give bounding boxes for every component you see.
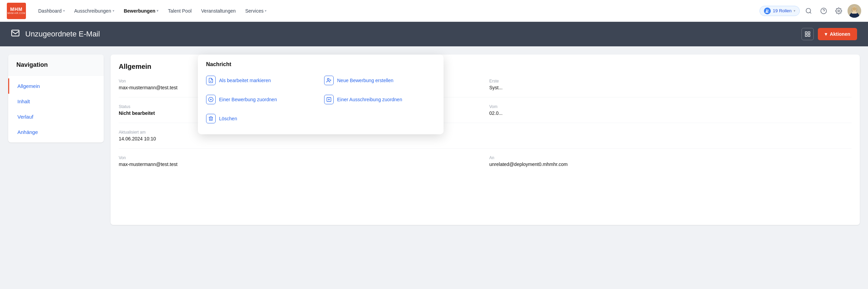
svg-rect-13 bbox=[12, 30, 19, 36]
svg-rect-17 bbox=[808, 35, 810, 36]
nachricht-popup: Nachricht Als bearbeitet markieren Neue … bbox=[198, 55, 444, 134]
popup-action-loeschen[interactable]: Löschen bbox=[206, 111, 317, 126]
aktionen-button[interactable]: ▾ Aktionen bbox=[818, 28, 857, 40]
popup-actions: Als bearbeitet markieren Neue Bewerbung … bbox=[206, 73, 435, 126]
navbar: MHM MHM-HR.COM Dashboard ▾ Ausschreibung… bbox=[0, 0, 868, 22]
chevron-down-icon: ▾ bbox=[265, 9, 266, 13]
svg-rect-16 bbox=[805, 35, 807, 36]
plus-circle-icon bbox=[206, 95, 216, 104]
svg-rect-15 bbox=[808, 32, 810, 33]
page-title: Unzugeordnete E-Mail bbox=[25, 30, 796, 39]
nav-right: 19 Rollen ▾ bbox=[760, 4, 861, 18]
erste-field: Erste Syst... bbox=[489, 79, 852, 90]
content-area: Navigation Allgemein Inhalt Verlauf Anhä… bbox=[0, 46, 868, 233]
popup-action-neue-bewerbung[interactable]: Neue Bewerbung erstellen bbox=[324, 73, 435, 88]
vom-field: Vom 02.0... bbox=[489, 104, 852, 116]
person-add-icon bbox=[324, 76, 334, 85]
svg-line-3 bbox=[810, 12, 811, 13]
sidebar-item-inhalt[interactable]: Inhalt bbox=[8, 94, 104, 109]
chevron-down-icon: ▾ bbox=[63, 9, 65, 13]
chevron-down-icon: ▾ bbox=[825, 31, 827, 37]
sidebar-navigation: Navigation Allgemein Inhalt Verlauf Anhä… bbox=[8, 55, 104, 142]
nav-item-veranstaltungen[interactable]: Veranstaltungen bbox=[197, 5, 240, 16]
nav-item-talent-pool[interactable]: Talent Pool bbox=[164, 5, 196, 16]
nav-item-bewerbungen[interactable]: Bewerbungen ▾ bbox=[120, 5, 163, 16]
an-field: An unrelated@deployment0.mhmhr.com bbox=[489, 155, 852, 167]
svg-point-2 bbox=[806, 8, 811, 13]
trash-icon bbox=[206, 114, 216, 123]
header-actions: ▾ Aktionen bbox=[801, 28, 857, 40]
sidebar-item-verlauf[interactable]: Verlauf bbox=[8, 109, 104, 124]
nav-items: Dashboard ▾ Ausschreibungen ▾ Bewerbunge… bbox=[34, 5, 757, 16]
roles-badge[interactable]: 19 Rollen ▾ bbox=[760, 6, 800, 16]
chevron-down-icon: ▾ bbox=[794, 9, 795, 13]
svg-point-18 bbox=[327, 78, 329, 80]
svg-point-0 bbox=[766, 9, 768, 11]
sidebar-header: Navigation bbox=[8, 55, 104, 76]
settings-button[interactable] bbox=[833, 5, 845, 17]
svg-rect-14 bbox=[805, 32, 807, 33]
sidebar-item-allgemein[interactable]: Allgemein bbox=[8, 78, 104, 94]
check-document-icon bbox=[206, 76, 216, 85]
sidebar-item-anhaenge[interactable]: Anhänge bbox=[8, 124, 104, 140]
nav-item-dashboard[interactable]: Dashboard ▾ bbox=[34, 5, 69, 16]
popup-title: Nachricht bbox=[206, 61, 435, 67]
plus-square-icon bbox=[324, 95, 334, 104]
help-button[interactable] bbox=[818, 5, 830, 17]
chevron-down-icon: ▾ bbox=[113, 9, 114, 13]
nav-item-services[interactable]: Services ▾ bbox=[241, 5, 271, 16]
popup-action-einer-bewerbung[interactable]: Einer Bewerbung zuordnen bbox=[206, 92, 317, 107]
grid-view-button[interactable] bbox=[801, 28, 814, 40]
logo[interactable]: MHM MHM-HR.COM bbox=[7, 3, 26, 19]
svg-point-12 bbox=[852, 7, 856, 11]
email-icon bbox=[11, 29, 20, 40]
svg-point-6 bbox=[838, 10, 840, 12]
popup-action-einer-ausschreibung[interactable]: Einer Ausschreibung zuordnen bbox=[324, 92, 435, 107]
roles-icon bbox=[764, 7, 771, 14]
chevron-down-icon: ▾ bbox=[157, 9, 158, 13]
search-button[interactable] bbox=[802, 5, 815, 17]
page-header: Unzugeordnete E-Mail ▾ Aktionen bbox=[0, 22, 868, 46]
sidebar-items: Allgemein Inhalt Verlauf Anhänge bbox=[8, 76, 104, 142]
svg-point-1 bbox=[768, 10, 769, 11]
nav-item-ausschreibungen[interactable]: Ausschreibungen ▾ bbox=[70, 5, 118, 16]
popup-action-als-bearbeitet[interactable]: Als bearbeitet markieren bbox=[206, 73, 317, 88]
von2-field: Von max-mustermann@test.test bbox=[119, 155, 481, 167]
avatar[interactable] bbox=[848, 4, 861, 18]
info-grid-4: Von max-mustermann@test.test An unrelate… bbox=[119, 155, 852, 167]
divider-3 bbox=[119, 148, 852, 149]
